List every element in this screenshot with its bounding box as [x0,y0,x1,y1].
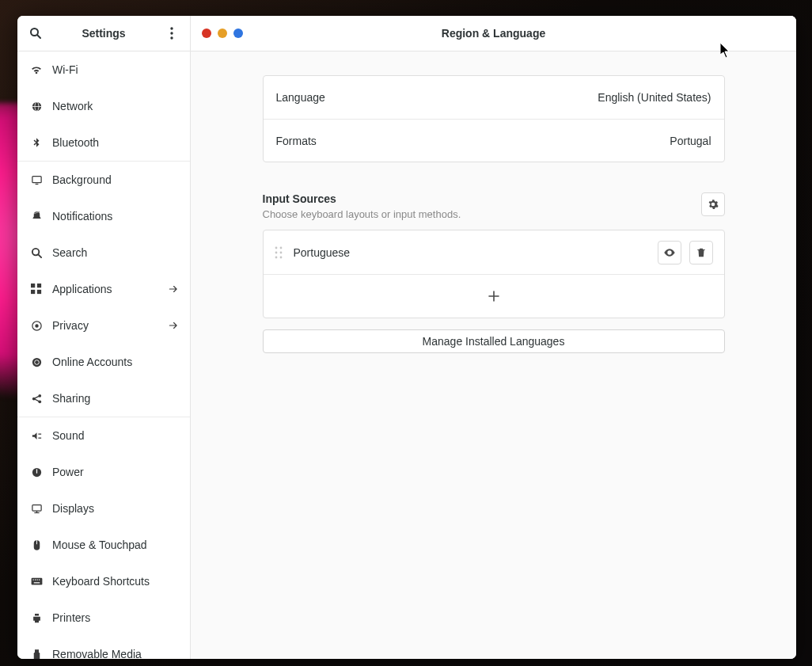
sidebar-item-label: Sound [52,429,179,442]
globe-icon [28,101,44,112]
svg-rect-15 [31,290,35,294]
language-row[interactable]: Language English (United States) [264,76,724,119]
region-panel: Language English (United States) Formats… [263,75,725,162]
maximize-window-button[interactable] [233,29,243,38]
sidebar-item-notifications[interactable]: Notifications [17,198,190,234]
sidebar-item-search[interactable]: Search [17,234,190,271]
svg-point-4 [170,36,173,39]
svg-rect-16 [37,290,41,294]
sidebar-item-privacy[interactable]: Privacy [17,307,190,344]
svg-rect-25 [32,504,40,511]
language-label: Language [276,91,598,104]
content-header: Region & Language [191,16,796,51]
chevron-right-icon [168,320,179,331]
sidebar-item-applications[interactable]: Applications [17,271,190,307]
settings-window: Settings Wi-FiNetworkBluetoothBackground… [17,16,796,659]
sidebar-item-bluetooth[interactable]: Bluetooth [17,124,190,161]
add-input-source-button[interactable] [264,274,724,318]
bell-icon [28,211,44,223]
sidebar-item-background[interactable]: Background [17,162,190,198]
usb-icon [28,649,44,660]
sidebar-item-online-accounts[interactable]: Online Accounts [17,344,190,380]
wifi-icon [28,63,44,76]
content-pane: Region & Language Language English (Unit… [191,16,796,659]
close-window-button[interactable] [202,29,211,38]
search-button[interactable] [25,23,46,44]
share-icon [28,393,44,405]
power-icon [28,466,44,478]
sidebar-item-wi-fi[interactable]: Wi-Fi [17,51,190,88]
sidebar-nav: Wi-FiNetworkBluetoothBackgroundNotificat… [17,51,190,659]
svg-line-12 [38,254,41,257]
language-value: English (United States) [598,91,711,104]
sound-icon [28,430,44,442]
sidebar-item-label: Bluetooth [52,136,179,149]
svg-point-42 [275,256,277,258]
sidebar-item-displays[interactable]: Displays [17,490,190,527]
sidebar-item-label: Mouse & Touchpad [52,539,179,551]
svg-line-1 [37,35,40,38]
sidebar-item-label: Network [52,100,179,112]
gear-icon [708,199,719,210]
bluetooth-icon [28,137,44,148]
sidebar-header: Settings [17,16,190,51]
svg-rect-31 [32,580,33,580]
menu-button[interactable] [161,23,182,44]
content-body: Language English (United States) Formats… [191,51,796,659]
svg-point-44 [668,251,670,253]
search-icon [28,247,44,259]
sidebar-title: Settings [46,27,161,40]
sidebar-item-label: Search [52,246,179,259]
minimize-window-button[interactable] [218,29,227,38]
sidebar-item-label: Displays [52,502,179,515]
svg-point-38 [275,246,277,249]
sidebar-item-label: Background [52,173,179,186]
formats-label: Formats [276,135,670,147]
trash-icon [696,247,707,258]
svg-point-39 [279,246,282,249]
svg-point-40 [275,251,277,253]
eye-icon [663,246,676,259]
plus-icon [488,290,500,303]
input-sources-list: Portuguese [263,230,725,318]
manage-languages-button[interactable]: Manage Installed Languages [263,329,725,353]
sidebar-item-label: Applications [52,283,168,295]
sidebar-item-sharing[interactable]: Sharing [17,380,190,417]
input-source-actions [658,241,713,264]
printer-icon [28,612,44,624]
formats-value: Portugal [670,135,711,147]
svg-rect-34 [39,580,40,580]
svg-point-43 [279,256,282,258]
sidebar-item-keyboard-shortcuts[interactable]: Keyboard Shortcuts [17,563,190,599]
sidebar-item-network[interactable]: Network [17,88,190,124]
sidebar-item-sound[interactable]: Sound [17,417,190,454]
sidebar-item-label: Power [52,466,179,478]
input-source-row[interactable]: Portuguese [264,230,724,274]
sidebar-item-label: Online Accounts [52,356,179,368]
input-sources-settings-button[interactable] [701,192,725,216]
display-icon [28,174,44,186]
sidebar-item-power[interactable]: Power [17,454,190,490]
window-controls [202,29,243,38]
cloud-icon [28,356,44,368]
preview-layout-button[interactable] [658,241,681,264]
formats-row[interactable]: Formats Portugal [264,119,724,162]
sidebar-item-label: Wi-Fi [52,63,179,76]
svg-rect-9 [35,183,38,184]
svg-rect-8 [32,176,40,182]
svg-point-3 [170,32,173,34]
remove-layout-button[interactable] [689,241,713,264]
input-source-name: Portuguese [294,246,658,259]
sidebar-item-mouse-touchpad[interactable]: Mouse & Touchpad [17,527,190,563]
sidebar-item-printers[interactable]: Printers [17,599,190,636]
svg-point-19 [32,357,40,366]
keyboard-icon [28,577,44,586]
apps-icon [28,284,44,295]
search-icon [29,27,42,40]
sidebar-item-label: Printers [52,611,179,624]
drag-handle-icon[interactable] [275,246,283,259]
input-sources-title: Input Sources [263,192,701,205]
sidebar-item-removable-media[interactable]: Removable Media [17,636,190,659]
svg-rect-32 [35,580,36,580]
sidebar-item-label: Keyboard Shortcuts [52,575,179,588]
